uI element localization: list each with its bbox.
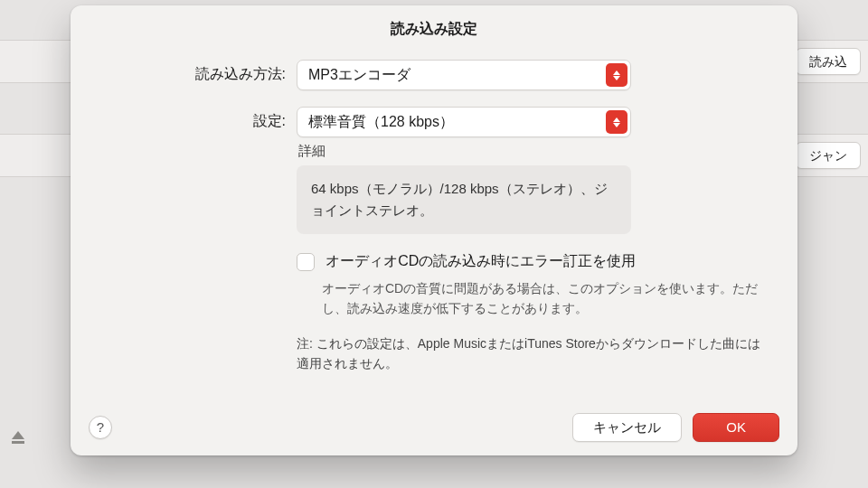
bg-genre-button: ジャン — [796, 142, 861, 169]
chevron-updown-icon — [606, 110, 627, 134]
quality-select[interactable]: 標準音質（128 kbps） — [297, 107, 631, 137]
error-correction-checkbox[interactable] — [297, 253, 315, 271]
details-heading: 詳細 — [298, 143, 640, 160]
eject-icon — [9, 428, 27, 446]
ok-button[interactable]: OK — [693, 413, 779, 442]
details-box: 64 kbps（モノラル）/128 kbps（ステレオ）、ジョイントステレオ。 — [297, 165, 631, 234]
import-method-label: 読み込み方法: — [71, 60, 297, 84]
cancel-button[interactable]: キャンセル — [572, 413, 682, 442]
svg-rect-0 — [12, 441, 24, 444]
error-correction-label: オーディオCDの読み込み時にエラー訂正を使用 — [326, 253, 636, 268]
dialog-title: 読み込み設定 — [71, 5, 797, 46]
help-button[interactable]: ? — [89, 416, 112, 439]
import-settings-dialog: 読み込み設定 読み込み方法: MP3エンコーダ 設定: 標準音質（128 kbp… — [71, 5, 797, 455]
import-method-select[interactable]: MP3エンコーダ — [297, 60, 631, 90]
error-correction-description: オーディオCDの音質に問題がある場合は、このオプションを使います。ただし、読み込… — [322, 278, 761, 319]
import-method-value: MP3エンコーダ — [308, 67, 410, 82]
setting-label: 設定: — [71, 107, 297, 131]
bg-import-button: 読み込 — [796, 48, 861, 75]
apple-music-note: 注: これらの設定は、Apple MusicまたはiTunes Storeからダ… — [297, 333, 761, 374]
quality-value: 標準音質（128 kbps） — [308, 114, 454, 129]
chevron-updown-icon — [606, 63, 627, 87]
